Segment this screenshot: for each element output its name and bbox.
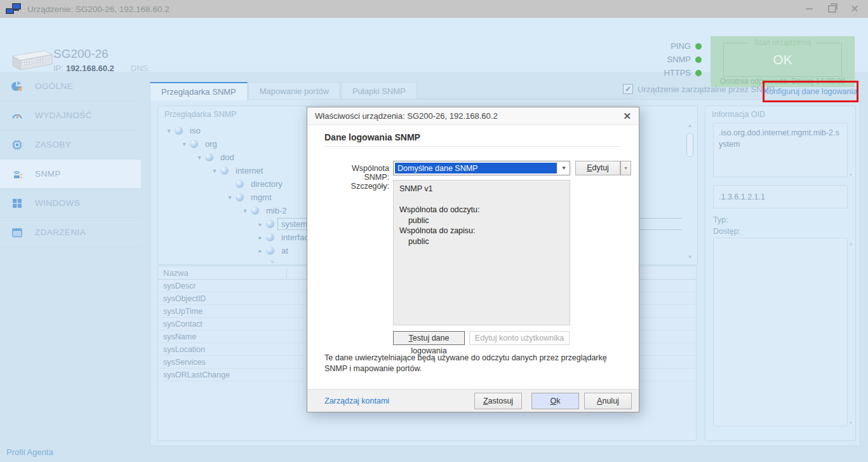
globe-icon	[190, 140, 198, 148]
window-title: Urządzenie: SG200-26, 192.168.60.2	[27, 4, 170, 14]
sidebar-item-label: WINDOWS	[35, 198, 80, 208]
dialog-footer: Zarządzaj kontami Zastosuj Ok Anuluj	[307, 389, 639, 412]
tab-mapowanie-port-w[interactable]: Mapowanie portów	[248, 82, 340, 99]
scroll-down-icon[interactable]: ▼	[686, 254, 694, 260]
dialog-close-icon[interactable]: ✕	[623, 111, 631, 122]
tree-node-label: mib-2	[263, 205, 290, 216]
oid-type-label: Typ:	[713, 215, 728, 224]
status-frame: Stan urządzenia OK	[723, 43, 842, 77]
details-label: Szczegóły:	[324, 182, 389, 191]
chevron-down-icon[interactable]: ▾	[164, 127, 173, 134]
chevron-down-icon[interactable]: ▾	[225, 194, 234, 201]
column-divider[interactable]	[286, 268, 287, 278]
tree-node-label: at	[278, 245, 291, 256]
table-cell-name: sysName	[158, 332, 196, 341]
apply-button[interactable]: Zastosuj	[474, 393, 522, 409]
scroll-thumb[interactable]	[686, 133, 693, 157]
dialog-heading: Dane logowania SNMP	[324, 132, 420, 142]
globe-icon	[220, 166, 229, 175]
status-dot-icon	[695, 70, 702, 76]
test-credentials-button[interactable]: Testuj dane logowania	[393, 331, 465, 345]
edit-account-button: Edytuj konto użytkownika	[469, 331, 570, 345]
sidebar-item-label: WYDAJNOŚĆ	[35, 111, 92, 120]
oid-access-label: Dostęp:	[713, 227, 740, 236]
table-cell-name: sysUpTime	[158, 307, 203, 316]
configure-credentials-label: Konfiguruj dane logowania	[764, 87, 857, 96]
oid-description-box	[713, 238, 848, 426]
device-status-panel: Stan urządzenia OK Ostatnia odpowiedź: D…	[711, 36, 855, 87]
oid-info-title: Informacja OID	[712, 110, 765, 119]
sidebar-item-zasoby[interactable]: ZASOBY	[0, 130, 141, 160]
status-value: OK	[724, 52, 841, 67]
oid-desc-scroll-down-icon[interactable]: ▼	[848, 420, 853, 426]
gauge-icon	[11, 109, 23, 122]
sidebar-item-snmp[interactable]: SNMP	[0, 160, 141, 189]
service-row-snmp: SNMP	[664, 53, 702, 66]
snmp-manageable-row: ✓ Urządzenie zarządzalne przez SNMP	[623, 84, 775, 94]
switch-device-image	[8, 46, 53, 75]
edit-dropdown-icon[interactable]: ▼	[620, 161, 631, 175]
cancel-button[interactable]: Anuluj	[584, 393, 632, 409]
snmp-manageable-checkbox[interactable]: ✓	[623, 84, 633, 94]
community-label: Wspólnota SNMP:	[324, 164, 389, 182]
minimize-icon[interactable]	[805, 4, 813, 13]
sidebar-item-zdarzenia[interactable]: ZDARZENIA	[0, 218, 141, 247]
snmp-manageable-label: Urządzenie zarządzalne przez SNMP	[638, 85, 775, 94]
oid-name-scroll-icon[interactable]: ▼	[848, 172, 853, 178]
device-name: SG200-26	[53, 47, 109, 61]
dialog-titlebar: Właściwości urządzenia: SG200-26, 192.16…	[307, 107, 639, 125]
oid-name-box: .iso.org.dod.internet.mgmt.mib-2.system	[713, 123, 848, 177]
agent-profile-link[interactable]: Profil Agenta	[6, 447, 53, 457]
snmp-browser-group-title: Przeglądarka SNMP	[164, 110, 236, 119]
tab-pu-apki-snmp[interactable]: Pułapki SNMP	[341, 82, 417, 99]
dialog-title: Właściwości urządzenia: SG200-26, 192.16…	[315, 111, 498, 121]
oid-desc-scroll-up-icon[interactable]: ▲	[848, 241, 853, 247]
community-select[interactable]: Domyślne dane SNMP ▼	[393, 161, 570, 175]
status-group-label: Stan urządzenia	[749, 38, 815, 47]
chevron-down-icon[interactable]: ▾	[210, 167, 219, 174]
configure-credentials-button[interactable]: Konfiguruj dane logowania	[763, 81, 858, 102]
sidebar-item-windows[interactable]: WINDOWS	[0, 189, 141, 218]
globe-icon	[266, 233, 274, 241]
app-icon	[4, 2, 23, 16]
calendar-icon	[11, 226, 23, 239]
chevron-down-icon[interactable]: ▾	[195, 154, 204, 161]
window-titlebar: Urządzenie: SG200-26, 192.168.60.2 ✕	[0, 0, 868, 18]
pie-chart-icon	[11, 80, 23, 93]
device-header: SG200-26 IP:192.168.60.2DNS: PINGSNMPHTT…	[0, 18, 868, 72]
service-row-ping: PING	[664, 39, 702, 53]
chevron-right-icon[interactable]: ▸	[256, 221, 265, 228]
sidebar-item-label: ZDARZENIA	[35, 228, 86, 237]
sidebar: OGÓLNEWYDAJNOŚĆZASOBYSNMPWINDOWSZDARZENI…	[0, 72, 141, 446]
sidebar-item-label: OGÓLNE	[35, 81, 73, 91]
manage-accounts-link[interactable]: Zarządzaj kontami	[324, 397, 389, 405]
tree-scrollbar[interactable]: ▲ ▼	[686, 123, 694, 260]
restore-icon[interactable]	[827, 4, 836, 13]
combo-dropdown-icon[interactable]: ▼	[558, 161, 570, 175]
chevron-down-icon[interactable]: ▾	[180, 140, 189, 147]
table-cell-name: sysLocation	[158, 345, 205, 354]
status-dot-icon	[695, 57, 702, 63]
sidebar-item-wydajno[interactable]: WYDAJNOŚĆ	[0, 101, 141, 130]
tree-node-label: mgmt	[248, 192, 275, 203]
chevron-down-icon[interactable]: ▾	[241, 207, 250, 214]
service-label: PING	[671, 41, 691, 51]
globe-icon	[236, 180, 244, 188]
chip-icon	[11, 139, 23, 151]
sidebar-item-oglne[interactable]: OGÓLNE	[0, 72, 141, 101]
chevron-right-icon[interactable]: ▸	[256, 234, 265, 241]
close-icon[interactable]: ✕	[850, 4, 859, 13]
tree-node-label: org	[202, 139, 220, 149]
tab-przegl-darka-snmp[interactable]: Przeglądarka SNMP	[150, 82, 248, 100]
service-status-list: PINGSNMPHTTPS	[664, 39, 702, 79]
chevron-right-icon[interactable]: ▸	[256, 247, 265, 254]
globe-icon	[266, 260, 274, 263]
ok-button[interactable]: Ok	[531, 393, 579, 409]
globe-icon	[205, 153, 213, 161]
community-selected-value: Domyślne dane SNMP	[395, 163, 557, 173]
globe-icon	[251, 207, 259, 215]
column-header-name[interactable]: Nazwa	[158, 268, 189, 278]
scroll-up-icon[interactable]: ▲	[686, 123, 694, 128]
edit-button[interactable]: Edytuj	[575, 161, 620, 175]
table-cell-name: sysServices	[158, 358, 206, 367]
